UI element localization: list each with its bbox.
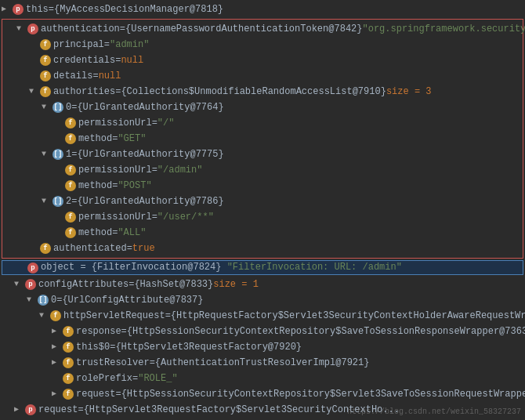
var-icon: f [50,310,61,321]
var-key: trustResolver [76,356,150,370]
var-key: response [76,324,121,339]
eq-sign: = [165,309,171,323]
tree-arrow[interactable] [52,324,63,339]
auth-red-group: pauthentication = {UsernamePasswordAuthe… [2,19,523,259]
auth-0-row[interactable]: []0 = {UrlGrantedAuthority@7764} [2,100,523,115]
rolePrefix-row[interactable]: frolePrefix = "ROLE_" [0,371,525,386]
var-icon: [] [52,196,63,207]
cfg-0-row[interactable]: []0 = {UrlConfigAttribute@7837} [0,292,525,308]
eq-sign: = [115,387,121,401]
httpServlet-row[interactable]: fhttpServletRequest = {HttpRequestFactor… [0,308,525,324]
object-blue-row[interactable]: pobject = {FilterInvocation@7824} "Filte… [2,260,523,275]
trustResolver-row[interactable]: ftrustResolver = {AuthenticationTrustRes… [0,355,525,371]
string-value: "/user/**" [158,210,214,224]
tree-arrow[interactable] [42,100,52,114]
var-icon: [] [52,102,63,113]
tree-arrow[interactable] [16,22,27,36]
eq-sign: = [112,132,118,146]
tree-arrow[interactable] [14,277,25,291]
ref-value: {UrlGrantedAuthority@7764} [77,100,223,114]
var-key: permissionUrl [78,116,152,130]
eq-sign: = [110,340,115,354]
tree-arrow[interactable] [27,293,38,307]
eq-sign: = [56,293,62,307]
bool-value: true [132,241,155,255]
var-icon: f [65,133,76,144]
method-2-row[interactable]: fmethod = "ALL" [2,225,523,241]
purl-1-row[interactable]: fpermissionUrl = "/admin" [2,162,523,178]
tree-arrow[interactable] [52,340,63,354]
eq-sign: = [132,371,138,386]
auth-row[interactable]: pauthentication = {UsernamePasswordAuthe… [2,21,523,37]
var-key: details [53,69,92,83]
method-0-row[interactable]: fmethod = "GET" [2,131,523,147]
var-key: this$0 [76,340,110,354]
string-value: "POST" [118,179,151,193]
var-key: httpServletRequest [63,309,165,323]
null-value: null [121,53,143,67]
var-key: rolePrefix [76,371,132,386]
purl-0-row[interactable]: fpermissionUrl = "/" [2,115,523,131]
eq-sign: = [74,262,92,273]
eq-sign: = [112,226,118,240]
principal-row[interactable]: fprincipal = "admin" [2,37,523,52]
this0-row[interactable]: fthis$0 = {HttpServlet3RequestFactory@79… [0,339,525,355]
tree-arrow[interactable] [52,387,63,401]
details-row[interactable]: fdetails = null [2,68,523,84]
var-key: method [78,179,112,193]
eq-sign: = [127,241,132,255]
configAttr-row[interactable]: pconfigAttributes = {HashSet@7833} size … [0,277,525,292]
var-key: configAttributes [38,277,129,291]
purl-2-row[interactable]: fpermissionUrl = "/user/**" [2,209,523,225]
string-value: "FilterInvocation: URL: /admin" [221,262,401,273]
tree-arrow[interactable] [29,85,40,99]
size-value: size = 1 [213,277,259,291]
tree-arrow[interactable] [14,403,25,417]
eq-sign: = [71,194,77,208]
eq-sign: = [115,85,121,99]
authorities-row[interactable]: fauthorities = {Collections$Unmodifiable… [2,84,523,100]
tree-arrow[interactable] [42,147,52,161]
string-value: "/admin" [158,163,203,177]
auth-2-row[interactable]: []2 = {UrlGrantedAuthority@7786} [2,194,523,209]
this-row[interactable]: pthis = {MyAccessDecisionManager@7818} [0,2,525,17]
method-1-row[interactable]: fmethod = "POST" [2,178,523,194]
response-row[interactable]: fresponse = {HttpSessionSecurityContextR… [0,324,525,339]
var-icon: f [65,212,76,223]
request-row[interactable]: frequest = {HttpSessionSecurityContextRe… [0,386,525,402]
eq-sign: = [112,179,118,193]
var-icon: p [27,24,38,34]
auth-1-row[interactable]: []1 = {UrlGrantedAuthority@7775} [2,147,523,162]
var-icon: f [40,39,51,50]
authenticated-row[interactable]: fauthenticated = true [2,241,523,256]
var-icon: p [13,4,24,15]
string-value: "GET" [118,132,146,146]
eq-sign: = [92,69,98,83]
string-value: "ALL" [118,226,146,240]
debugger-panel[interactable]: pthis = {MyAccessDecisionManager@7818}pa… [0,0,525,420]
eq-sign: = [71,100,77,114]
tree-arrow[interactable] [39,309,50,323]
tree-arrow[interactable] [52,356,63,370]
ref-value: {HashSet@7833} [134,277,213,291]
var-key: permissionUrl [78,163,152,177]
var-key: 2 [66,194,71,208]
var-icon: p [25,404,36,415]
tree-arrow[interactable] [42,194,52,208]
tree-arrow[interactable] [2,2,13,16]
var-icon: f [65,165,76,176]
var-key: credentials [53,53,115,67]
var-key: principal [53,38,104,52]
eq-sign: = [71,147,77,161]
var-key: this [26,2,49,16]
ref-value: {HttpSessionSecurityContextRepository$Se… [121,387,525,401]
eq-sign: = [129,277,134,291]
var-icon: f [40,86,51,97]
eq-sign: = [152,163,158,177]
var-key: authentication [41,22,120,36]
var-icon: f [65,227,76,238]
credentials-row[interactable]: fcredentials = null [2,52,523,68]
var-icon: f [63,357,74,368]
ref-value: {AuthenticationTrustResolverImpl@7921} [155,356,370,370]
var-icon: [] [38,295,49,306]
